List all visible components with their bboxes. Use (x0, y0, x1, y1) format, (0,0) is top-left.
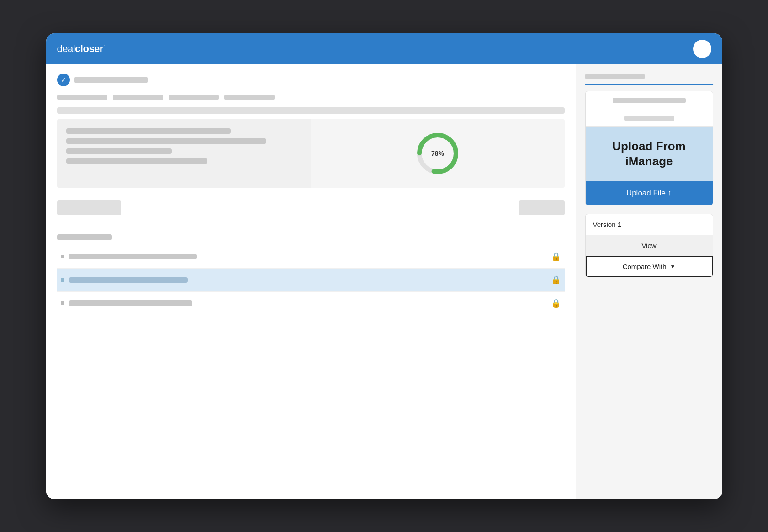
tab-overview[interactable] (57, 95, 107, 100)
file-item[interactable]: 🔒 (57, 245, 565, 268)
file-item-highlighted[interactable]: 🔒 (57, 268, 565, 291)
compare-chevron-icon: ▼ (670, 263, 675, 270)
file-section-label (57, 234, 112, 240)
file-list: 🔒 🔒 🔒 (57, 230, 565, 315)
breadcrumb-text (74, 77, 148, 83)
text-lines-left (66, 128, 302, 164)
version-label: Version 1 (593, 221, 622, 228)
tab-activity[interactable] (224, 95, 275, 100)
version-card: Version 1 View Compare With ▼ (585, 214, 713, 277)
donut-label: 78% (431, 150, 445, 157)
lock-icon-1: 🔒 (551, 252, 561, 262)
lock-icon-3: 🔒 (551, 298, 561, 308)
upload-label-line2: iManage (625, 154, 673, 168)
tab-documents[interactable] (113, 95, 163, 100)
right-panel: Upload From iManage Upload File ↑ Versio… (576, 64, 722, 499)
controls-row (57, 195, 565, 221)
upload-row2-placeholder (624, 116, 674, 121)
text-line-3 (66, 148, 172, 154)
top-nav: dealcloser↑ (46, 33, 722, 64)
compare-with-button[interactable]: Compare With ▼ (586, 256, 713, 277)
right-panel-divider (585, 84, 713, 85)
upload-label-line1: Upload From (612, 139, 685, 153)
version-header: Version 1 (586, 214, 713, 235)
browser-window: dealcloser↑ ✓ (46, 33, 722, 499)
verified-icon: ✓ (57, 74, 70, 86)
file-name-2 (69, 277, 188, 283)
view-btn-label: View (641, 242, 656, 249)
donut-chart: 78% (413, 128, 463, 179)
split-right-pane: 78% (311, 119, 565, 188)
text-line-1 (66, 128, 231, 134)
upload-card: Upload From iManage Upload File ↑ (585, 91, 713, 206)
upload-file-button[interactable]: Upload File ↑ (586, 181, 713, 205)
section-header-bar (57, 107, 565, 114)
file-section-header (57, 230, 565, 245)
upload-from-label: Upload From iManage (595, 139, 704, 170)
avatar[interactable] (693, 40, 711, 58)
file-name-3 (69, 300, 192, 306)
file-bullet-2 (61, 278, 64, 282)
right-panel-title (585, 74, 645, 79)
upload-btn-label: Upload File ↑ (626, 189, 672, 198)
view-button[interactable]: View (586, 235, 713, 256)
upload-card-main: Upload From iManage (586, 127, 713, 182)
ctrl-button-2[interactable] (519, 200, 565, 215)
upload-card-row-1 (586, 91, 713, 110)
tab-conditions[interactable] (169, 95, 219, 100)
breadcrumb: ✓ (57, 74, 565, 86)
file-bullet-3 (61, 301, 64, 305)
text-line-2 (66, 138, 266, 144)
split-left-pane (57, 119, 311, 188)
ctrl-button-1[interactable] (57, 200, 121, 215)
file-item-3[interactable]: 🔒 (57, 291, 565, 315)
compare-btn-label: Compare With (623, 263, 667, 270)
text-line-4 (66, 158, 207, 164)
file-name-1 (69, 254, 197, 259)
donut-svg: 78% (413, 128, 463, 179)
content-area: ✓ (46, 64, 722, 499)
tabs-row (57, 95, 565, 100)
upload-card-row-2 (586, 110, 713, 127)
file-bullet-1 (61, 255, 64, 258)
lock-icon-2: 🔒 (551, 275, 561, 285)
upload-row1-placeholder (613, 98, 686, 103)
split-view: 78% (57, 119, 565, 188)
left-panel: ✓ (46, 64, 576, 499)
logo: dealcloser↑ (57, 42, 106, 54)
logo-text: dealcloser↑ (57, 43, 106, 54)
